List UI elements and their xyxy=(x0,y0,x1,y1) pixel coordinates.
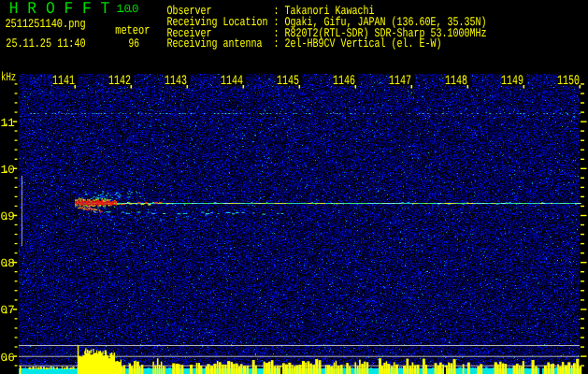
svg-text:08: 08 xyxy=(1,257,15,270)
svg-text:09: 09 xyxy=(1,210,15,223)
svg-text:0: 0 xyxy=(124,3,132,16)
svg-text:06: 06 xyxy=(1,352,15,365)
svg-text:1144: 1144 xyxy=(221,74,243,89)
svg-text:1143: 1143 xyxy=(165,74,187,89)
svg-text:25.11.25 11:40: 25.11.25 11:40 xyxy=(6,36,85,50)
svg-text:1141: 1141 xyxy=(52,74,75,89)
svg-text:H R O F F T: H R O F F T xyxy=(9,0,110,19)
svg-text:07: 07 xyxy=(1,304,15,317)
svg-text:1: 1 xyxy=(117,3,124,16)
svg-text:0: 0 xyxy=(132,3,139,16)
svg-text:1148: 1148 xyxy=(445,74,467,89)
svg-text:Receiving antenna : 2el-HB9CV: Receiving antenna : 2el-HB9CV Vertical (… xyxy=(167,36,442,50)
svg-text:10: 10 xyxy=(1,164,15,177)
svg-text:kHz: kHz xyxy=(1,70,16,84)
svg-text:meteor: meteor xyxy=(115,23,150,37)
svg-text:1149: 1149 xyxy=(501,74,523,89)
svg-text:11: 11 xyxy=(1,117,15,130)
svg-text:96: 96 xyxy=(129,36,140,50)
svg-text:1150: 1150 xyxy=(557,74,580,89)
svg-text:1142: 1142 xyxy=(108,74,131,89)
svg-text:2511251140.png: 2511251140.png xyxy=(5,17,85,31)
svg-text:1146: 1146 xyxy=(333,74,355,89)
svg-text:1145: 1145 xyxy=(277,74,299,89)
svg-text:1147: 1147 xyxy=(389,74,411,89)
